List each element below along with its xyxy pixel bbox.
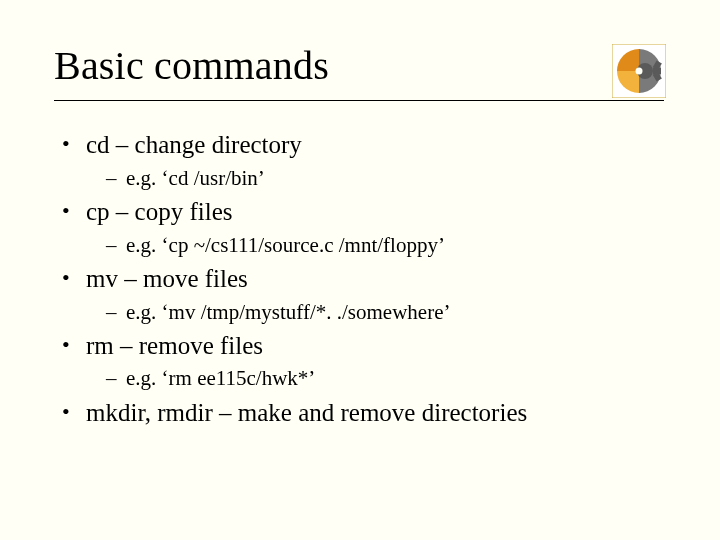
- list-item: rm – remove files e.g. ‘rm ee115c/hwk*’: [58, 332, 666, 391]
- bullet-text: cd – change directory: [86, 131, 302, 158]
- sub-list: e.g. ‘cp ~/cs111/source.c /mnt/floppy’: [86, 233, 666, 257]
- list-item: cp – copy files e.g. ‘cp ~/cs111/source.…: [58, 198, 666, 257]
- sub-text: e.g. ‘cd /usr/bin’: [126, 166, 265, 190]
- list-item: mkdir, rmdir – make and remove directori…: [58, 399, 666, 428]
- title-row: Basic commands: [54, 42, 666, 98]
- svg-point-5: [636, 68, 643, 75]
- sub-text: e.g. ‘mv /tmp/mystuff/*. ./somewhere’: [126, 300, 450, 324]
- sub-text: e.g. ‘cp ~/cs111/source.c /mnt/floppy’: [126, 233, 445, 257]
- list-item: mv – move files e.g. ‘mv /tmp/mystuff/*.…: [58, 265, 666, 324]
- sub-item: e.g. ‘mv /tmp/mystuff/*. ./somewhere’: [106, 300, 666, 324]
- sub-list: e.g. ‘cd /usr/bin’: [86, 166, 666, 190]
- list-item: cd – change directory e.g. ‘cd /usr/bin’: [58, 131, 666, 190]
- sub-item: e.g. ‘cd /usr/bin’: [106, 166, 666, 190]
- sub-item: e.g. ‘rm ee115c/hwk*’: [106, 366, 666, 390]
- sub-text: e.g. ‘rm ee115c/hwk*’: [126, 366, 315, 390]
- sub-item: e.g. ‘cp ~/cs111/source.c /mnt/floppy’: [106, 233, 666, 257]
- slide: Basic commands cd – cha: [0, 0, 720, 540]
- bullet-text: rm – remove files: [86, 332, 263, 359]
- title-underline: [54, 100, 664, 101]
- gear-sun-icon: [612, 44, 666, 98]
- slide-title: Basic commands: [54, 42, 329, 95]
- sub-list: e.g. ‘mv /tmp/mystuff/*. ./somewhere’: [86, 300, 666, 324]
- bullet-list: cd – change directory e.g. ‘cd /usr/bin’…: [54, 131, 666, 427]
- bullet-text: cp – copy files: [86, 198, 232, 225]
- bullet-text: mv – move files: [86, 265, 248, 292]
- sub-list: e.g. ‘rm ee115c/hwk*’: [86, 366, 666, 390]
- title-block: Basic commands: [54, 42, 329, 95]
- bullet-text: mkdir, rmdir – make and remove directori…: [86, 399, 527, 426]
